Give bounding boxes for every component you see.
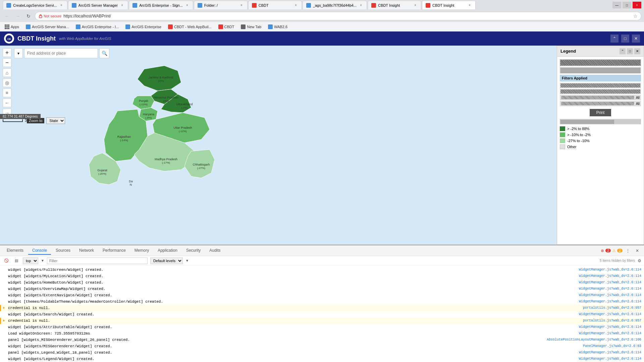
bookmark-new-tab[interactable]: New Tab <box>239 24 263 30</box>
bookmark-arcgis-enterprise2[interactable]: ArcGIS Enterprise <box>123 24 163 30</box>
devtools-tab-network[interactable]: Network <box>75 247 98 255</box>
console-source-13[interactable]: WidgetManager.js?wab_dv=2.6:114 <box>576 350 641 355</box>
map-toolbar: + − ⌂ ◎ ⊞ ← → <box>3 48 11 117</box>
legend-filter-row <box>560 89 641 94</box>
devtools-tab-sources[interactable]: Sources <box>52 247 74 255</box>
zoom-out-button[interactable]: − <box>3 58 11 67</box>
devtools-close-button[interactable]: ✕ <box>633 247 641 255</box>
tab-7[interactable]: CBDT Insight × <box>422 1 476 9</box>
console-source-10[interactable]: WidgetManager.js?wab_dv=2.6:114 <box>576 331 641 336</box>
tab-close-6[interactable]: × <box>413 3 418 8</box>
location-button[interactable]: ◎ <box>3 78 11 87</box>
tab-0[interactable]: CreateLogsService Servi... × <box>3 1 67 9</box>
maximize-button[interactable]: □ <box>623 2 631 8</box>
console-toggle-button[interactable]: ▤ <box>13 257 20 264</box>
search-submit-button[interactable]: 🔍 <box>99 48 109 58</box>
legend-maximize-button[interactable]: □ <box>627 48 633 54</box>
level-select[interactable]: Default levels <box>150 257 183 264</box>
label-da: Da <box>129 180 133 183</box>
bookmark-cbdt[interactable]: CBDT <box>216 24 236 30</box>
console-text-5: widget [themes/FoldableTheme/widgets/Hea… <box>8 299 576 304</box>
warning-line-icon-6: ▶ <box>3 305 5 311</box>
tab-3[interactable]: Folder: / × <box>194 1 248 9</box>
tab-close-2[interactable]: × <box>185 3 190 8</box>
console-source-2[interactable]: WidgetManager.js?wab_dv=2.6:114 <box>576 280 641 285</box>
devtools-settings-button[interactable]: ⋮ <box>624 247 632 255</box>
bookmark-star-icon[interactable]: ☆ <box>633 13 638 19</box>
legend-close-button[interactable]: ✕ <box>634 48 640 54</box>
tab-close-0[interactable]: × <box>59 3 64 8</box>
bookmark-arcgis-server[interactable]: ArcGIS Server Mana... <box>24 24 71 30</box>
devtools-tab-application[interactable]: Application <box>154 247 181 255</box>
console-text-3: widget [widgets/OverviewMap/Widget] crea… <box>8 286 576 292</box>
devtools-tab-audits[interactable]: Audits <box>205 247 224 255</box>
devtools-tab-elements[interactable]: Elements <box>3 247 28 255</box>
tab-label-1: ArcGIS Server Manager <box>78 3 118 7</box>
address-bar-row: ← → ↻ Not secure https://localhost/WABPr… <box>0 10 644 22</box>
map-container[interactable]: + − ⌂ ◎ ⊞ ← → ▼ 🔍 <box>0 46 644 245</box>
tab-close-5[interactable]: × <box>359 3 363 8</box>
tab-close-1[interactable]: × <box>120 3 124 8</box>
devtools-tab-performance[interactable]: Performance <box>99 247 130 255</box>
devtools-tab-security[interactable]: Security <box>182 247 205 255</box>
console-source-5[interactable]: WidgetManager.js?wab_dv=2.6:114 <box>576 299 641 304</box>
devtools-tab-console[interactable]: Console <box>28 247 51 255</box>
zoom-to-select[interactable]: State <box>46 117 65 124</box>
close-button[interactable]: × <box>633 2 641 8</box>
tab-close-3[interactable]: × <box>239 3 244 8</box>
tab-close-4[interactable]: × <box>293 3 298 8</box>
overview-map-button[interactable]: ⊞ <box>3 88 11 97</box>
console-source-3[interactable]: WidgetManager.js?wab_dv=2.6:114 <box>576 286 641 292</box>
console-filter-input[interactable] <box>47 257 148 264</box>
address-bar[interactable]: Not secure https://localhost/WABPrint/ ☆ <box>35 12 641 20</box>
console-settings-icon[interactable]: ⚙ <box>638 258 641 263</box>
tab-close-7[interactable]: × <box>467 3 472 8</box>
tab-2[interactable]: ArcGIS Enterprise - Sign... × <box>129 1 193 9</box>
window-controls: — □ × <box>612 2 641 8</box>
warning-line-icon-8: ▶ <box>3 318 5 323</box>
console-clear-button[interactable]: 🚫 <box>3 257 10 264</box>
back-button[interactable]: ← <box>3 12 11 20</box>
tab-4[interactable]: CBDT × <box>248 1 302 9</box>
console-source-11[interactable]: AbsolutePositionLayoutManager.js?wab_dv=… <box>543 337 641 343</box>
header-collapse-button[interactable]: ⌃ <box>610 35 619 43</box>
console-source-14[interactable]: WidgetManager.js?wab_dv=2.6:114 <box>576 356 641 362</box>
devtools-tab-memory[interactable]: Memory <box>130 247 153 255</box>
zoom-in-button[interactable]: + <box>3 48 11 57</box>
legend-color-0 <box>560 126 565 131</box>
bookmark-arcgis-enterprise[interactable]: ArcGIS Enterprise - I... <box>74 24 121 30</box>
search-input[interactable] <box>24 48 98 58</box>
tab-6[interactable]: CBDT Insight × <box>368 1 421 9</box>
print-button[interactable]: Print <box>590 109 611 116</box>
minimize-button[interactable]: — <box>612 2 621 8</box>
console-source-4[interactable]: WidgetManager.js?wab_dv=2.6:114 <box>576 293 641 298</box>
bookmark-wab[interactable]: WAB2.6 <box>266 24 289 30</box>
header-restore-button[interactable]: □ <box>621 35 629 43</box>
console-output[interactable]: widget [widgets/FullScreen/Widget] creat… <box>0 265 644 362</box>
state-jammu-kashmir[interactable] <box>138 66 181 91</box>
tab-5[interactable]: _ags_ba98c7f7f36d44b4... × <box>303 1 367 9</box>
console-source-7[interactable]: WidgetManager.js?wab_dv=2.6:114 <box>576 312 641 317</box>
console-source-8[interactable]: portalUtils.js?wab_dv=2.6:957 <box>580 318 641 323</box>
state-punjab[interactable] <box>132 96 154 109</box>
bookmark-apps[interactable]: Apps <box>3 24 21 30</box>
home-button[interactable]: ⌂ <box>3 68 11 77</box>
console-line-4: widget [widgets/ExtentNavigate/Widget] c… <box>0 292 644 299</box>
tab-label-0: CreateLogsService Servi... <box>13 3 57 7</box>
console-source-12[interactable]: PanelManager.js?wab_dv=2.6:83 <box>580 344 641 349</box>
legend-collapse-button[interactable]: ⌃ <box>620 48 626 54</box>
search-dropdown-button[interactable]: ▼ <box>14 48 23 58</box>
console-source-9[interactable]: WidgetManager.js?wab_dv=2.6:114 <box>576 324 641 330</box>
bookmark-cbdt-webappbuilder[interactable]: CBDT - Web AppBuil... <box>166 24 213 30</box>
forward-button[interactable]: → <box>13 12 22 20</box>
context-selector[interactable]: top <box>23 257 38 264</box>
console-source-6[interactable]: portalUtils.js?wab_dv=2.6:957 <box>580 305 641 311</box>
console-source-1[interactable]: WidgetManager.js?wab_dv=2.6:114 <box>576 274 641 279</box>
console-text-11: panel [widgets_MISGeorenderer_Widget_26_… <box>8 337 543 343</box>
header-close-button[interactable]: ✕ <box>632 35 640 43</box>
tab-1[interactable]: ArcGIS Server Manager × <box>68 1 128 9</box>
prev-extent-button[interactable]: ← <box>3 99 11 107</box>
console-source-0[interactable]: WidgetManager.js?wab_dv=2.6:114 <box>576 267 641 273</box>
reload-button[interactable]: ↻ <box>24 12 33 20</box>
bookmark-icon-2 <box>125 24 130 29</box>
